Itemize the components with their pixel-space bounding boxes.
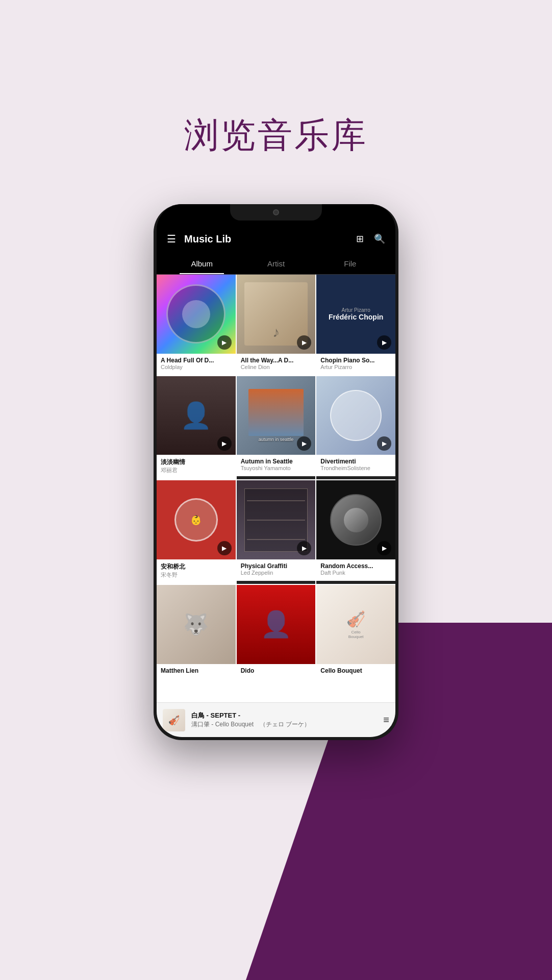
album-artist: Artur Pizarro bbox=[320, 364, 391, 370]
album-artist: TrondheimSolistene bbox=[320, 465, 391, 471]
header-title: Music Lib bbox=[184, 233, 348, 245]
now-playing-title: 白鳥 - SEPTET - bbox=[191, 711, 377, 720]
play-button[interactable]: ▶ bbox=[377, 541, 391, 555]
list-item[interactable]: 👤 Dido bbox=[237, 585, 316, 679]
list-item[interactable]: 👤 ▶ 淡淡幽情 邓丽君 bbox=[157, 376, 236, 480]
play-button[interactable]: ▶ bbox=[217, 335, 232, 350]
now-playing-thumbnail: 🎻 bbox=[163, 709, 185, 731]
album-name: Cello Bouquet bbox=[320, 667, 391, 674]
app-header: ☰ Music Lib ⊞ 🔍 bbox=[157, 225, 395, 253]
album-name: Dido bbox=[241, 667, 312, 674]
album-name: Chopin Piano So... bbox=[320, 357, 391, 364]
search-icon[interactable]: 🔍 bbox=[372, 231, 387, 247]
phone-notch bbox=[230, 204, 322, 220]
album-artist: Celine Dion bbox=[241, 364, 312, 370]
play-button[interactable]: ▶ bbox=[377, 335, 391, 350]
page-title: 浏览音乐库 bbox=[184, 112, 368, 159]
album-name: 安和桥北 bbox=[161, 562, 232, 571]
list-item[interactable]: autumn in seattle ▶ Autumn in Seattle Ts… bbox=[237, 376, 316, 480]
list-item[interactable]: 🐺 Matthen Lien bbox=[157, 585, 236, 679]
list-item[interactable]: ▶ Divertimenti TrondheimSolistene bbox=[316, 376, 395, 480]
album-name: Random Access... bbox=[320, 562, 391, 570]
now-playing-info: 白鳥 - SEPTET - 溝口肇 - Cello Bouquet （チェロ ブ… bbox=[191, 711, 377, 729]
album-artist: Daft Punk bbox=[320, 570, 391, 576]
album-name: A Head Full Of D... bbox=[161, 357, 232, 364]
now-playing-subtitle: 溝口肇 - Cello Bouquet （チェロ ブーケ） bbox=[191, 720, 377, 729]
album-name: Divertimenti bbox=[320, 458, 391, 465]
list-item[interactable]: ♪ ▶ All the Way...A D... Celine Dion bbox=[237, 275, 316, 375]
tabs: Album Artist File bbox=[157, 253, 395, 275]
menu-icon[interactable]: ☰ bbox=[165, 231, 178, 247]
tab-file[interactable]: File bbox=[313, 253, 387, 274]
scroll-content: ▶ A Head Full Of D... Coldplay ♪ bbox=[157, 275, 395, 705]
album-artist: 邓丽君 bbox=[161, 467, 232, 474]
queue-icon[interactable]: ≡ bbox=[383, 714, 389, 726]
album-name: 淡淡幽情 bbox=[161, 458, 232, 467]
album-artist: Coldplay bbox=[161, 364, 232, 370]
list-item[interactable]: ▶ Physical Graffiti Led Zeppelin bbox=[237, 480, 316, 584]
list-item[interactable]: ▶ A Head Full Of D... Coldplay bbox=[157, 275, 236, 375]
play-button[interactable]: ▶ bbox=[217, 541, 232, 555]
album-grid: ▶ A Head Full Of D... Coldplay ♪ bbox=[157, 275, 395, 679]
album-name: Matthen Lien bbox=[161, 667, 232, 674]
tab-artist[interactable]: Artist bbox=[239, 253, 313, 274]
list-item[interactable]: Artur Pizarro Frédéric Chopin ▶ Chopin P… bbox=[316, 275, 395, 375]
phone-frame: ☰ Music Lib ⊞ 🔍 Album Artist File bbox=[154, 204, 398, 740]
album-artist: Tsuyoshi Yamamoto bbox=[241, 465, 312, 471]
tab-album[interactable]: Album bbox=[165, 253, 239, 274]
phone-screen: ☰ Music Lib ⊞ 🔍 Album Artist File bbox=[157, 204, 395, 737]
list-item[interactable]: 🎻 CelloBouquet Cello Bouquet bbox=[316, 585, 395, 679]
play-button[interactable]: ▶ bbox=[297, 335, 311, 350]
album-name: All the Way...A D... bbox=[241, 357, 312, 364]
grid-icon[interactable]: ⊞ bbox=[354, 231, 366, 247]
album-name: Autumn in Seattle bbox=[241, 458, 312, 465]
album-name: Physical Graffiti bbox=[241, 562, 312, 570]
album-artist: 宋冬野 bbox=[161, 571, 232, 579]
list-item[interactable]: ▶ Random Access... Daft Punk bbox=[316, 480, 395, 584]
play-button[interactable]: ▶ bbox=[217, 436, 232, 451]
album-artist: Led Zeppelin bbox=[241, 570, 312, 576]
camera bbox=[273, 209, 279, 215]
list-item[interactable]: 👶 ▶ 安和桥北 宋冬野 bbox=[157, 480, 236, 584]
now-playing-bar[interactable]: 🎻 白鳥 - SEPTET - 溝口肇 - Cello Bouquet （チェロ… bbox=[157, 702, 395, 737]
